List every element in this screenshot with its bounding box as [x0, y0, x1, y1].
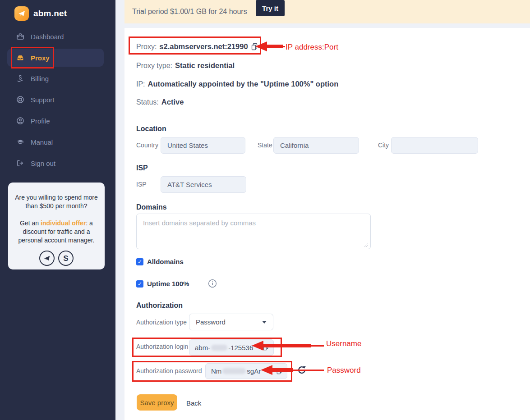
proxy-ip-value: Automatically appointed by the "Uptime 1… [148, 80, 339, 88]
brand-logo[interactable]: abm.net [14, 6, 67, 21]
state-label: State [258, 142, 272, 149]
authorization-heading: Authorization [136, 301, 183, 310]
refresh-password-icon[interactable] [297, 365, 307, 375]
login-suffix: -125536 [228, 344, 253, 352]
uptime-checkbox[interactable]: ✓ [136, 280, 143, 288]
isp-input[interactable] [161, 176, 246, 193]
sidebar-item-label: Proxy [31, 54, 50, 62]
proxy-ip-line: IP:Automatically appointed by the "Uptim… [136, 80, 338, 88]
location-heading: Location [136, 125, 166, 133]
briefcase-icon [16, 32, 24, 41]
info-icon[interactable] [208, 279, 217, 288]
resize-handle-icon[interactable] [364, 243, 369, 247]
back-link[interactable]: Back [186, 399, 201, 407]
isp-label: ISP [136, 181, 147, 188]
telegram-contact-icon[interactable] [39, 251, 55, 266]
auth-login-input[interactable]: abm- -125536 [189, 339, 274, 356]
save-proxy-button[interactable]: Save proxy [137, 394, 177, 411]
auth-type-value: Password [196, 318, 226, 326]
chevron-down-icon [262, 321, 267, 324]
country-label: Country [136, 142, 158, 149]
sidebar-item-label: Manual [31, 138, 53, 146]
promo-line1: Are you willing to spend more than $500 … [14, 193, 98, 210]
sidebar-item-label: Billing [31, 75, 49, 82]
proxy-address-value: s2.abmservers.net:21990 [159, 42, 248, 51]
sidebar-item-label: Sign out [31, 160, 55, 167]
sidebar-item-support[interactable]: Support [7, 91, 104, 109]
individual-offer-link[interactable]: individual offer [41, 219, 86, 227]
auth-type-select[interactable]: Password [189, 314, 273, 330]
brand-name: abm.net [33, 9, 67, 18]
state-input[interactable] [273, 137, 359, 154]
copy-login-icon[interactable] [263, 344, 269, 351]
isp-heading: ISP [136, 164, 148, 172]
domains-heading: Domains [136, 203, 167, 211]
proxy-status-line: Status:Active [136, 98, 184, 106]
promo-line2: Get an individual offer: a discount for … [14, 219, 98, 245]
promo-card: Are you willing to spend more than $500 … [8, 183, 105, 269]
sign-out-icon [16, 159, 24, 167]
trial-text: Trial period $1.00/1 GB for 24 hours [132, 8, 247, 16]
login-redacted-blur [211, 345, 227, 351]
city-label: City [378, 142, 389, 149]
password-prefix: Nm [211, 367, 221, 375]
sidebar-item-label: Profile [31, 117, 50, 125]
telegram-plane-logo-icon [14, 6, 29, 21]
sidebar-item-dashboard[interactable]: Dashboard [7, 27, 104, 46]
alldomains-label: Alldomains [147, 258, 184, 265]
login-prefix: abm- [195, 344, 210, 352]
password-redacted-blur [222, 368, 246, 374]
annotation-password: Password [327, 366, 361, 375]
password-suffix: sgAr [247, 367, 261, 375]
auth-password-label: Authorization password [136, 367, 202, 374]
user-circle-icon [16, 117, 24, 125]
lifebuoy-icon [16, 96, 24, 104]
proxy-type-line: Proxy type:Static residential [136, 61, 235, 70]
copy-password-icon[interactable] [276, 368, 282, 375]
proxy-label: Proxy: [136, 43, 157, 51]
uptime-label: Uptime 100% [147, 280, 189, 288]
copy-proxy-icon[interactable] [251, 43, 258, 51]
domains-textarea[interactable] [136, 214, 371, 249]
graduation-cap-icon [16, 138, 24, 146]
hand-dollar-icon [16, 74, 24, 82]
auth-password-input[interactable]: Nm sgAr [205, 363, 287, 379]
sidebar-item-proxy[interactable]: Proxy [7, 49, 104, 67]
city-input[interactable] [391, 137, 478, 154]
auth-login-label: Authorization login [136, 343, 188, 350]
alldomains-checkbox[interactable]: ✓ [136, 258, 143, 265]
inbox-tray-icon [16, 54, 24, 62]
sidebar-item-billing[interactable]: Billing [7, 69, 104, 87]
try-it-button[interactable]: Try it [256, 0, 285, 16]
skype-contact-icon[interactable]: S [58, 251, 74, 266]
status-badge: Active [161, 98, 184, 106]
sidebar: abm.net Dashboard Proxy Billing Support … [0, 0, 115, 420]
sidebar-item-label: Support [31, 96, 55, 104]
auth-type-label: Authorization type [136, 319, 187, 326]
sidebar-item-label: Dashboard [31, 33, 64, 41]
proxy-type-value: Static residential [175, 61, 235, 70]
country-input[interactable] [161, 137, 245, 154]
sidebar-item-signout[interactable]: Sign out [7, 154, 104, 172]
sidebar-item-profile[interactable]: Profile [7, 112, 104, 130]
proxy-address-line: Proxy: s2.abmservers.net:21990 [136, 42, 258, 51]
annotation-username: Username [326, 339, 361, 348]
sidebar-item-manual[interactable]: Manual [7, 133, 104, 151]
annotation-ip-port: IP address:Port [286, 43, 338, 52]
